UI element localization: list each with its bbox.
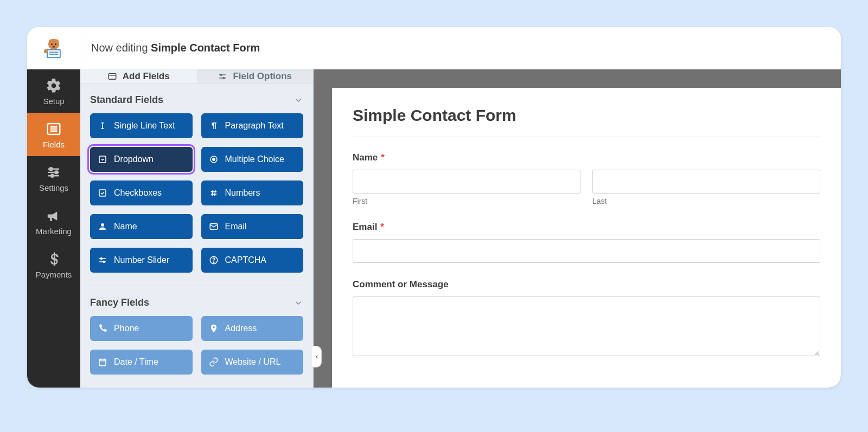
label-text: Comment or Message [353, 279, 449, 290]
field-comment-preview[interactable]: Comment or Message [353, 279, 820, 358]
nav-marketing[interactable]: Marketing [27, 199, 80, 243]
sidebar-tabs: Add Fields Field Options [80, 69, 313, 83]
first-sublabel: First [353, 197, 580, 205]
sliders-icon [98, 255, 107, 265]
svg-point-18 [50, 167, 53, 170]
paragraph-icon [209, 121, 219, 131]
svg-point-6 [54, 39, 58, 43]
svg-point-39 [100, 258, 102, 260]
nav-payments-label: Payments [36, 270, 72, 279]
last-name-input[interactable] [592, 170, 820, 194]
svg-rect-43 [99, 359, 106, 366]
label-text: Name [353, 152, 378, 163]
svg-point-26 [223, 77, 225, 79]
wpforms-mascot-icon [42, 36, 66, 60]
svg-point-19 [55, 171, 58, 173]
field-label: Single Line Text [114, 121, 175, 131]
sidebar-collapse-button[interactable] [312, 346, 322, 367]
field-label: Name [114, 222, 137, 231]
question-circle-icon [209, 255, 219, 265]
required-marker: * [380, 222, 384, 233]
chevron-left-icon [314, 354, 320, 359]
field-label: Date / Time [114, 357, 158, 367]
field-numbers[interactable]: Numbers [201, 180, 304, 205]
nav-marketing-label: Marketing [36, 227, 72, 235]
svg-point-25 [221, 74, 222, 75]
nav-fields[interactable]: Fields [27, 113, 80, 156]
field-phone[interactable]: Phone [90, 316, 193, 341]
standard-fields-section: Standard Fields Single Line Text Paragra… [80, 83, 313, 286]
field-label: Number Slider [114, 255, 169, 265]
field-number-slider[interactable]: Number Slider [90, 248, 193, 273]
name-label: Name * [353, 152, 820, 163]
field-date-time[interactable]: Date / Time [90, 350, 193, 375]
svg-point-40 [103, 261, 105, 263]
chevron-down-icon [293, 298, 303, 308]
chevron-down-icon [293, 95, 303, 105]
topbar: Now editing Simple Contact Form [27, 27, 841, 69]
fancy-fields-title: Fancy Fields [90, 297, 149, 308]
nav-setup-label: Setup [43, 97, 64, 105]
form-title: Simple Contact Form [353, 106, 820, 137]
svg-rect-21 [108, 73, 116, 79]
last-sublabel: Last [592, 197, 820, 205]
field-paragraph-text[interactable]: Paragraph Text [201, 113, 304, 138]
email-label: Email * [353, 222, 820, 233]
title-prefix: Now editing [91, 42, 151, 54]
field-website-url[interactable]: Website / URL [201, 350, 304, 375]
tab-field-options[interactable]: Field Options [197, 69, 314, 83]
field-email-preview[interactable]: Email * [353, 222, 820, 263]
svg-rect-27 [99, 156, 106, 163]
svg-point-10 [43, 49, 47, 53]
app-window: Now editing Simple Contact Form Setup Fi… [27, 27, 841, 388]
field-address[interactable]: Address [201, 316, 304, 341]
tab-add-fields[interactable]: Add Fields [80, 69, 197, 83]
field-single-line-text[interactable]: Single Line Text [90, 113, 193, 138]
nav-payments[interactable]: Payments [27, 243, 80, 286]
svg-line-34 [214, 190, 215, 196]
sliders-icon [218, 72, 227, 81]
svg-rect-3 [49, 54, 58, 55]
field-label: Address [225, 324, 257, 333]
link-icon [209, 357, 219, 367]
field-dropdown[interactable]: Dropdown [90, 147, 193, 172]
field-name-preview[interactable]: Name * First Last [353, 152, 820, 205]
field-label: Phone [114, 324, 139, 333]
field-label: CAPTCHA [225, 255, 266, 265]
window-icon [107, 72, 117, 81]
field-label: Paragraph Text [225, 121, 284, 131]
svg-rect-1 [48, 50, 60, 57]
field-label: Numbers [225, 188, 260, 198]
user-icon [98, 222, 107, 231]
field-checkboxes[interactable]: Checkboxes [90, 180, 193, 205]
field-captcha[interactable]: CAPTCHA [201, 248, 304, 273]
svg-point-42 [213, 262, 214, 263]
field-email[interactable]: Email [201, 214, 304, 239]
caret-square-down-icon [98, 154, 107, 164]
list-icon [46, 121, 62, 137]
fields-sidebar: Add Fields Field Options Standard Fields… [80, 69, 314, 388]
svg-point-8 [55, 43, 56, 45]
svg-point-9 [52, 46, 55, 48]
svg-point-5 [48, 39, 52, 43]
hash-icon [209, 188, 219, 198]
field-name[interactable]: Name [90, 214, 193, 239]
nav-settings[interactable]: Settings [27, 156, 80, 199]
label-text: Email [353, 222, 377, 233]
standard-fields-header[interactable]: Standard Fields [88, 91, 305, 113]
first-name-input[interactable] [353, 170, 580, 194]
form-preview[interactable]: Simple Contact Form Name * First Las [332, 88, 841, 388]
comment-textarea[interactable] [353, 296, 820, 356]
field-label: Checkboxes [114, 188, 162, 198]
nav-fields-label: Fields [43, 140, 65, 149]
svg-point-35 [101, 223, 104, 227]
logo[interactable] [27, 27, 80, 69]
svg-line-33 [212, 190, 213, 196]
calendar-icon [98, 357, 107, 367]
tab-add-fields-label: Add Fields [123, 71, 170, 82]
nav-settings-label: Settings [39, 184, 68, 192]
nav-setup[interactable]: Setup [27, 69, 80, 113]
field-multiple-choice[interactable]: Multiple Choice [201, 147, 304, 172]
fancy-fields-header[interactable]: Fancy Fields [88, 294, 305, 316]
email-input[interactable] [353, 239, 820, 263]
